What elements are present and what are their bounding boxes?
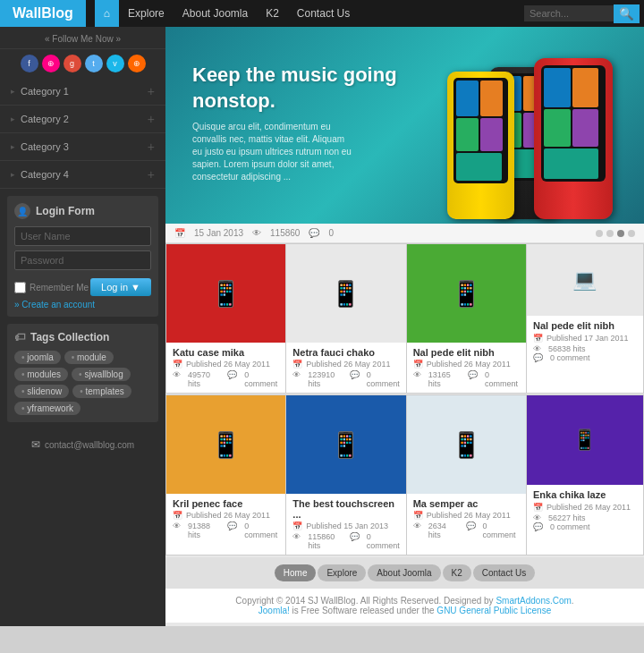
social-google[interactable]: g [64, 55, 81, 72]
cal-icon-2: 📅 [292, 360, 302, 369]
sidebar-card-title-2: Enka chika laze [533, 489, 637, 500]
card-nal-pede-elit-nibh[interactable]: 📱 Nal pede elit nibh 📅 Published 26 May … [407, 244, 526, 393]
card-meta-6: 📅 Published 26 May 2011 [413, 511, 520, 520]
dot-4[interactable] [628, 230, 635, 237]
social-facebook[interactable]: f [21, 55, 38, 72]
remember-checkbox[interactable] [14, 282, 26, 293]
eye-icon-1: 👁 [173, 370, 181, 388]
main-nav: ⌂ Explore About Joomla K2 Contact Us 🔍 [86, 0, 644, 27]
nav-contact-us[interactable]: Contact Us [288, 0, 359, 27]
tags-header: 🏷 Tags Collection [14, 331, 151, 343]
sidebar-card-img-2: 📱 [527, 395, 643, 485]
tag-joomla[interactable]: joomla [14, 351, 61, 364]
eye-icon-4: 👁 [173, 522, 181, 539]
card-kril-penec-face[interactable]: 📱 Kril penec face 📅 Published 26 May 201… [166, 395, 285, 555]
card-body-2: Netra fauci chako 📅 Published 26 May 201… [286, 343, 405, 393]
card-img-6: 📱 [407, 395, 526, 494]
comment-icon-1: 💬 [227, 370, 237, 388]
bottom-nav-about[interactable]: About Joomla [368, 564, 440, 581]
follow-label: « Follow Me Now » [0, 27, 165, 49]
tag-modules[interactable]: modules [14, 368, 68, 381]
dot-3[interactable] [617, 230, 624, 237]
bottom-nav-contact[interactable]: Contact Us [473, 564, 535, 581]
main-layout: « Follow Me Now » f ⊕ g t v ⊕ Category 1… [0, 27, 644, 626]
eye-icon-3: 👁 [413, 370, 421, 388]
cal-icon-1: 📅 [173, 360, 182, 369]
card-netra-fauci-chako[interactable]: 📱 Netra fauci chako 📅 Published 26 May 2… [286, 244, 405, 393]
sidebar-card-img-1: 💻 [527, 244, 643, 316]
card-img-5: 📱 [286, 395, 405, 494]
sidebar-item-category1[interactable]: Category 1 + [0, 78, 165, 106]
card-body-4: Kril penec face 📅 Published 26 May 2011 … [166, 494, 285, 544]
comment-icon-3: 💬 [468, 370, 478, 388]
sidebar-phone-icon: 📱 [572, 428, 597, 452]
search-input[interactable] [524, 5, 614, 21]
tag-slidenow[interactable]: slidenow [14, 385, 69, 398]
nav-k2[interactable]: K2 [257, 0, 288, 27]
social-rss[interactable]: ⊕ [128, 55, 146, 72]
create-account-link[interactable]: » Create an account [14, 300, 151, 310]
card-title-3: Nal pede elit nibh [413, 347, 520, 358]
sidebar: « Follow Me Now » f ⊕ g t v ⊕ Category 1… [0, 27, 165, 626]
dot-1[interactable] [596, 230, 603, 237]
dot-2[interactable] [606, 230, 614, 237]
social-flickr[interactable]: ⊕ [42, 55, 60, 72]
bottom-nav-k2[interactable]: K2 [443, 564, 471, 581]
sidebar-item-category3[interactable]: Category 3 + [0, 133, 165, 161]
phone-screen-red [541, 65, 606, 182]
comment-icon-6: 💬 [466, 522, 476, 539]
username-input[interactable] [14, 226, 151, 246]
sidebar-item-category2[interactable]: Category 2 + [0, 106, 165, 133]
sidebar-card-1[interactable]: 💻 Nal pede elit nibh 📅 Published 17 Jan … [527, 244, 643, 393]
nav-home-icon[interactable]: ⌂ [95, 0, 119, 27]
social-twitter[interactable]: t [85, 55, 103, 72]
footer-joomla-link[interactable]: Joomla! [258, 606, 290, 615]
nav-about-joomla[interactable]: About Joomla [174, 0, 257, 27]
card-title-6: Ma semper ac [413, 498, 520, 509]
sidebar-card-meta-1: 📅 Published 17 Jan 2011 [533, 334, 637, 343]
hero-calendar-icon: 📅 [174, 228, 185, 238]
eye-icon-s1: 👁 [533, 344, 541, 353]
card-img-3: 📱 [407, 244, 526, 343]
bottom-nav-home[interactable]: Home [275, 564, 317, 581]
eye-icon-5: 👁 [292, 532, 301, 550]
sidebar-item-category4[interactable]: Category 4 + [0, 161, 165, 189]
bottom-nav-explore[interactable]: Explore [318, 564, 366, 581]
hero-comments: 0 [328, 228, 334, 238]
tag-module[interactable]: module [64, 351, 114, 364]
login-button[interactable]: Log in ▼ [90, 278, 151, 296]
email-icon: ✉ [31, 438, 40, 451]
logo: WallBlog [0, 0, 86, 27]
contact-section[interactable]: ✉ contact@wallblog.com [0, 429, 165, 460]
eye-icon-s2: 👁 [533, 513, 541, 522]
card-title-5: The best touchscreen ... [292, 498, 399, 520]
card-stats-1: 👁 49570 hits 💬 0 comment [173, 370, 279, 388]
card-phone-img-6: 📱 [407, 395, 526, 494]
card-stats-3: 👁 13165 hits 💬 0 comment [413, 370, 520, 388]
hero-comment-icon: 💬 [309, 228, 319, 238]
footer-designer-link[interactable]: SmartAddons.Com [496, 596, 571, 606]
card-phone-img-1: 📱 [166, 244, 285, 343]
tag-yframework[interactable]: yframework [14, 402, 80, 415]
card-best-touchscreen[interactable]: 📱 The best touchscreen ... 📅 Published 1… [286, 395, 405, 555]
sidebar-card-2[interactable]: 📱 Enka chika laze 📅 Published 26 May 201… [527, 395, 643, 555]
card-phone-img-5: 📱 [286, 395, 405, 494]
card-katu-case-mika[interactable]: 📱 Katu case mika 📅 Published 26 May 2011… [166, 244, 285, 393]
remember-me[interactable]: Remember Me [14, 282, 89, 293]
card-meta-4: 📅 Published 26 May 2011 [173, 511, 279, 520]
password-input[interactable] [14, 250, 151, 270]
search-button[interactable]: 🔍 [614, 4, 640, 23]
comment-icon-5: 💬 [350, 532, 360, 550]
hero-body: Quisque arcu elit, condimentum eu conval… [192, 121, 353, 183]
card-ma-semper-ac[interactable]: 📱 Ma semper ac 📅 Published 26 May 2011 👁… [407, 395, 526, 555]
nav-explore[interactable]: Explore [119, 0, 174, 27]
social-vimeo[interactable]: v [106, 55, 124, 72]
sidebar-card-stats-1: 👁 56838 hits [533, 344, 637, 353]
tags-list: joomla module modules sjwallblog slideno… [14, 351, 151, 415]
card-meta-2: 📅 Published 26 May 2011 [292, 360, 399, 369]
footer-license-link[interactable]: GNU General Public License [436, 606, 551, 615]
tag-templates[interactable]: templates [72, 385, 131, 398]
card-meta-5: 📅 Published 15 Jan 2013 [292, 522, 399, 530]
tag-sjwallblog[interactable]: sjwallblog [72, 368, 131, 381]
hero-title: Keep the music goingnonstop. [192, 63, 397, 114]
